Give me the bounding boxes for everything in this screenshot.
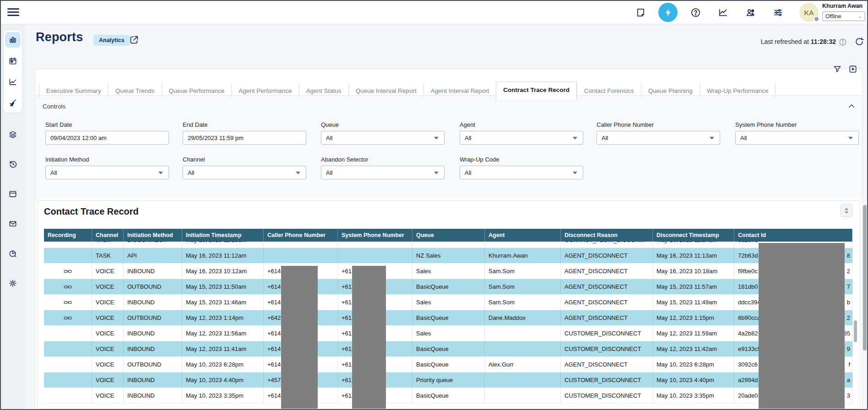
- redaction-box-system: [352, 266, 386, 409]
- tab-queue-performance[interactable]: Queue Performance: [162, 84, 232, 97]
- topbar-agents-icon[interactable]: [741, 3, 760, 22]
- column-header-queue[interactable]: Queue: [412, 229, 485, 242]
- cell-queue: Sales: [412, 264, 485, 279]
- field-value: All: [740, 135, 747, 141]
- agents-icon: [745, 7, 756, 18]
- spinner-down-icon[interactable]: [845, 211, 848, 214]
- contact-id-prefix: e9133c5: [738, 345, 761, 352]
- table-row[interactable]: VOICEOUTBOUNDMay 15, 2023 11:50am+614+61…: [44, 279, 852, 295]
- table-scrollbar[interactable]: [854, 320, 857, 342]
- cell-disconnect-timestamp: May 10, 2023 3:35pm: [653, 388, 734, 403]
- sidebar-item-gear[interactable]: [5, 277, 21, 289]
- column-header-agent[interactable]: Agent: [485, 229, 561, 242]
- external-link-icon[interactable]: [129, 35, 139, 45]
- field-value: All: [50, 169, 57, 176]
- table-row[interactable]: VOICEINBOUNDMay 16, 2023 10:12am+614+612…: [44, 264, 852, 279]
- column-header-channel[interactable]: Channel: [92, 229, 124, 242]
- sidebar-item-mail[interactable]: [5, 218, 21, 230]
- column-header-disconnect-timestamp[interactable]: Disconnect Timestamp: [653, 229, 734, 242]
- field-select[interactable]: All: [321, 166, 445, 179]
- field-select[interactable]: All: [735, 131, 859, 145]
- cell-agent: Sam.Som: [485, 264, 561, 279]
- field-select[interactable]: All: [460, 131, 583, 145]
- column-header-recording[interactable]: Recording: [44, 229, 92, 242]
- window-icon: [8, 189, 17, 199]
- sidebar-item-pie-chart[interactable]: [5, 248, 21, 259]
- sidebar-item-bar-chart[interactable]: [5, 32, 21, 48]
- contact-id-prefix: 6b90cca: [738, 314, 760, 321]
- tab-executive-summary[interactable]: Executive Summary: [39, 84, 108, 97]
- field-select[interactable]: All: [460, 166, 583, 179]
- sidebar-item-layers[interactable]: [5, 129, 21, 140]
- panel-spinner[interactable]: [841, 204, 852, 217]
- field-select[interactable]: All: [183, 166, 306, 179]
- tab-contact-forensics[interactable]: Contact Forensics: [577, 84, 641, 97]
- topbar-notes-icon[interactable]: [631, 3, 650, 22]
- column-header-contact-id[interactable]: Contact Id: [734, 229, 852, 242]
- tab-agent-performance[interactable]: Agent Performance: [231, 84, 298, 97]
- tab-wrap-up-performance[interactable]: Wrap-Up Performance: [700, 84, 776, 97]
- sliders-icon: [773, 7, 783, 18]
- collapse-chevron-up-icon[interactable]: [847, 102, 856, 110]
- column-header-caller-phone-number[interactable]: Caller Phone Number: [264, 229, 338, 242]
- contact-id-prefix: f9fbe0c: [738, 268, 758, 275]
- table-row[interactable]: VOICEINBOUNDMay 15, 2023 11:46am+614+612…: [44, 295, 852, 310]
- tab-agent-status[interactable]: Agent Status: [299, 84, 348, 97]
- field-select[interactable]: All: [321, 131, 445, 145]
- recording-link-icon[interactable]: [64, 268, 72, 275]
- table-row[interactable]: VOICEINBOUNDMay 10, 2023 4:40pm+457+612P…: [44, 372, 852, 388]
- cell-agent: [485, 341, 561, 356]
- field-value: All: [465, 169, 471, 176]
- topbar-help-icon[interactable]: [686, 3, 705, 22]
- filter-funnel-icon[interactable]: [833, 65, 842, 74]
- table-row[interactable]: VOICEOUTBOUNDMay 10, 2023 6:28pm+614+612…: [44, 357, 852, 372]
- tab-agent-interval-report[interactable]: Agent Interval Report: [423, 84, 496, 97]
- sidebar-item-trend[interactable]: [5, 74, 21, 90]
- field-input[interactable]: 29/05/2023 11:59 pm: [183, 131, 306, 145]
- download-icon[interactable]: [848, 65, 857, 74]
- field-select[interactable]: All: [45, 166, 169, 179]
- field-select[interactable]: All: [597, 131, 720, 145]
- sidebar-item-calendar[interactable]: [5, 53, 21, 69]
- column-header-disconnect-reason[interactable]: Disconnect Reason: [561, 229, 653, 242]
- table-row[interactable]: VOICEINBOUNDMay 10, 2023 3:35pm+614+612B…: [44, 388, 852, 404]
- cell-queue: Sales: [412, 295, 485, 310]
- cell-initiation-timestamp: May 10, 2023 3:35pm: [182, 388, 264, 403]
- report-tabs: Executive SummaryQueue TrendsQueue Perfo…: [39, 79, 858, 97]
- tab-queue-trends[interactable]: Queue Trends: [108, 84, 162, 97]
- tab-contract-trace-record[interactable]: Contract Trace Record: [496, 81, 577, 100]
- topbar-sliders-icon[interactable]: [768, 3, 787, 22]
- cell-agent: [485, 242, 561, 248]
- hamburger-menu-icon[interactable]: [7, 6, 19, 17]
- field-label: System Phone Number: [735, 121, 859, 128]
- sidebar-item-history[interactable]: [5, 158, 21, 170]
- agent-status-select[interactable]: Offline ⌄: [822, 11, 865, 21]
- recording-link-icon[interactable]: [64, 284, 72, 290]
- cell-initiation-method: API: [124, 248, 182, 263]
- tab-queue-planning[interactable]: Queue Planning: [641, 84, 700, 97]
- column-header-system-phone-number[interactable]: System Phone Number: [338, 229, 412, 242]
- refresh-icon[interactable]: [854, 37, 864, 47]
- cell-disconnect-timestamp: May 16, 2023 11:14am: [653, 242, 734, 248]
- field-input[interactable]: 09/04/2023 12:00 am: [45, 131, 169, 145]
- sidebar-item-brush[interactable]: [5, 95, 21, 111]
- table-row[interactable]: TASKAPIMay 16, 2023 11:12amNZ SalesKhurr…: [44, 248, 852, 264]
- table-row[interactable]: TASKDISCONNECTMay 16, 2023 11:13amCONTAC…: [44, 242, 852, 248]
- table-row[interactable]: VOICEINBOUNDMay 12, 2023 11:56am+614+612…: [44, 326, 852, 341]
- spinner-up-icon[interactable]: [845, 208, 848, 210]
- cell-recording: [44, 357, 92, 372]
- info-icon[interactable]: [839, 38, 847, 46]
- recording-link-icon[interactable]: [64, 315, 72, 321]
- table-row[interactable]: VOICEOUTBOUNDMay 12, 2023 1:14pm+642+612…: [44, 310, 852, 326]
- table-row[interactable]: VOICEINBOUNDMay 12, 2023 11:41am+614+612…: [44, 341, 852, 357]
- topbar-line-chart-icon[interactable]: [713, 3, 732, 22]
- column-header-initiation-timestamp[interactable]: Initiation Timestamp: [182, 229, 264, 242]
- column-header-initiation-method[interactable]: Initiation Method: [124, 229, 182, 242]
- tab-queue-interval-report[interactable]: Queue Interval Report: [348, 84, 423, 97]
- page-scrollbar[interactable]: [863, 205, 867, 351]
- avatar[interactable]: KA: [799, 3, 819, 22]
- topbar-flash-icon[interactable]: [658, 3, 678, 22]
- cell-disconnect-timestamp: May 12, 2023 11:42am: [653, 341, 734, 356]
- sidebar-item-window[interactable]: [5, 188, 21, 200]
- recording-link-icon[interactable]: [64, 299, 72, 306]
